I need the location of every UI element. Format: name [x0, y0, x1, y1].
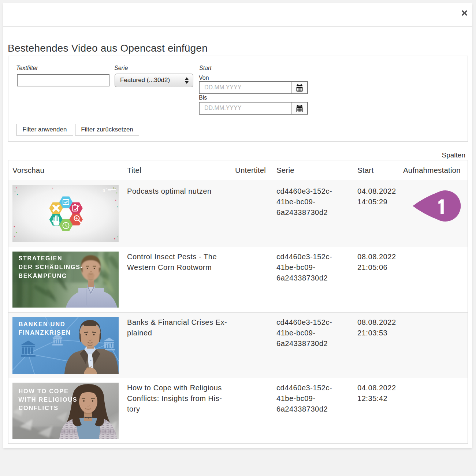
svg-text:FINANZKRISEN: FINANZKRISEN [19, 329, 71, 336]
svg-text:BANKEN UND: BANKEN UND [19, 321, 66, 327]
svg-text:WITH RELIGIOUS: WITH RELIGIOUS [19, 396, 78, 403]
svg-text:u: u [103, 187, 105, 193]
svg-text:BEKÄMPFUNG: BEKÄMPFUNG [19, 273, 67, 279]
svg-text:DER SCHÄDLINGS-: DER SCHÄDLINGS- [19, 264, 83, 270]
svg-text:CONFLICTS: CONFLICTS [19, 405, 59, 411]
svg-text:b: b [106, 187, 107, 190]
svg-text:STRATEGIEN: STRATEGIEN [19, 255, 63, 261]
svg-text:HOW TO COPE: HOW TO COPE [19, 388, 69, 394]
